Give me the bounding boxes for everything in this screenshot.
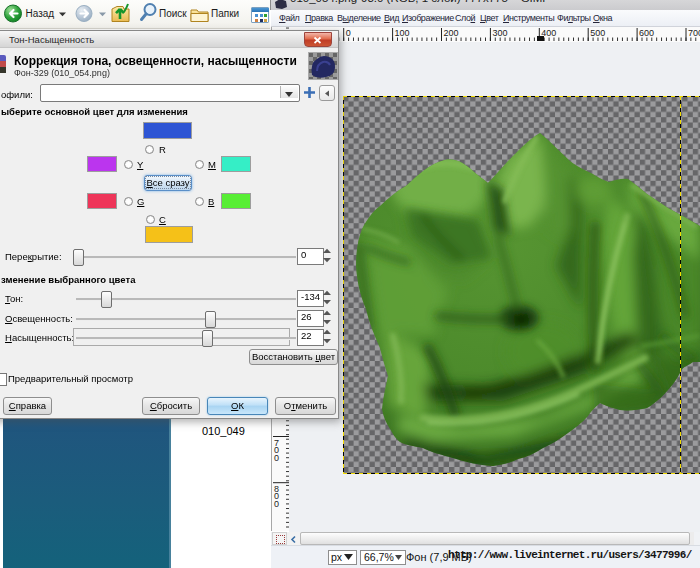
svg-text:Папки: Папки: [211, 8, 239, 19]
svg-text:300: 300: [492, 28, 507, 38]
svg-text:600: 600: [639, 28, 654, 38]
svg-text:0: 0: [346, 28, 351, 38]
svg-text:500: 500: [590, 28, 605, 38]
svg-text:100: 100: [395, 28, 410, 38]
svg-text:200: 200: [444, 28, 459, 38]
svg-text:Назад: Назад: [26, 8, 55, 19]
svg-text:700: 700: [688, 28, 700, 38]
svg-text:0: 0: [274, 499, 279, 509]
svg-text:Поиск: Поиск: [159, 8, 187, 19]
svg-text:0: 0: [274, 453, 279, 463]
